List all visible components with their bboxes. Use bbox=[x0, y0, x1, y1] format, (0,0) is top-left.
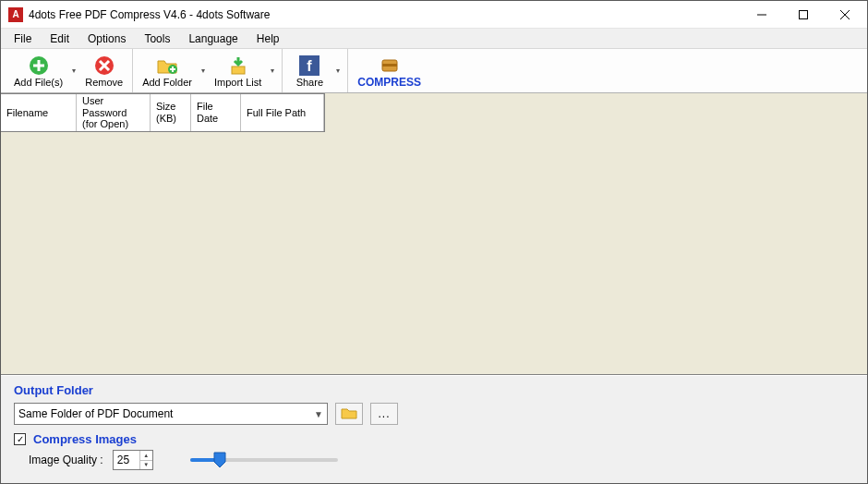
output-folder-value: Same Folder of PDF Document bbox=[18, 407, 314, 420]
ellipsis-icon: ... bbox=[378, 407, 390, 420]
svg-rect-13 bbox=[232, 67, 245, 74]
title-bar: A 4dots Free PDF Compress V4.6 - 4dots S… bbox=[1, 1, 867, 29]
add-files-dropdown[interactable]: ▾ bbox=[68, 49, 79, 92]
output-folder-title: Output Folder bbox=[14, 383, 854, 397]
menu-file[interactable]: File bbox=[5, 30, 41, 47]
menu-options[interactable]: Options bbox=[78, 30, 135, 47]
import-icon bbox=[227, 54, 249, 77]
grid-column-header[interactable]: File Date bbox=[191, 94, 241, 131]
grid-column-header[interactable]: Filename bbox=[1, 94, 77, 131]
toolbar: Add File(s) ▾ Remove Add Folder ▾ Import… bbox=[1, 49, 867, 93]
menu-bar: File Edit Options Tools Language Help bbox=[1, 29, 867, 49]
close-button[interactable] bbox=[824, 2, 865, 28]
more-output-button[interactable]: ... bbox=[370, 403, 398, 425]
browse-folder-button[interactable] bbox=[335, 403, 363, 425]
add-files-button[interactable]: Add File(s) bbox=[8, 49, 68, 92]
remove-icon bbox=[93, 54, 115, 77]
remove-button[interactable]: Remove bbox=[79, 49, 128, 92]
bottom-panel: Output Folder Same Folder of PDF Documen… bbox=[1, 375, 867, 483]
spin-up-icon[interactable]: ▲ bbox=[139, 451, 152, 461]
grid-column-header[interactable]: Full File Path bbox=[241, 94, 324, 131]
image-quality-value: 25 bbox=[114, 451, 139, 469]
menu-tools[interactable]: Tools bbox=[135, 30, 179, 47]
compress-button[interactable]: COMPRESS bbox=[352, 49, 427, 92]
slider-thumb[interactable] bbox=[213, 452, 226, 468]
add-folder-button[interactable]: Add Folder bbox=[137, 49, 198, 92]
image-quality-slider[interactable] bbox=[190, 458, 338, 462]
minimize-button[interactable] bbox=[741, 2, 782, 28]
svg-text:f: f bbox=[307, 58, 313, 74]
facebook-icon: f bbox=[298, 54, 320, 77]
window-title: 4dots Free PDF Compress V4.6 - 4dots Sof… bbox=[29, 8, 741, 21]
plus-icon bbox=[28, 54, 50, 77]
import-list-button[interactable]: Import List bbox=[209, 49, 267, 92]
import-list-dropdown[interactable]: ▾ bbox=[267, 49, 278, 92]
maximize-button[interactable] bbox=[782, 2, 824, 28]
svg-rect-1 bbox=[799, 10, 807, 18]
spin-down-icon[interactable]: ▼ bbox=[139, 461, 152, 470]
app-icon: A bbox=[8, 7, 23, 22]
svg-rect-6 bbox=[33, 64, 44, 67]
share-button[interactable]: f Share bbox=[286, 49, 332, 92]
grid-column-header[interactable]: Size (KB) bbox=[151, 94, 191, 131]
compress-images-checkbox[interactable]: ✓ bbox=[14, 433, 26, 445]
menu-help[interactable]: Help bbox=[247, 30, 289, 47]
file-grid: FilenameUser Password (for Open)Size (KB… bbox=[1, 93, 867, 375]
grid-header: FilenameUser Password (for Open)Size (KB… bbox=[1, 93, 325, 132]
chevron-down-icon: ▼ bbox=[314, 409, 323, 419]
menu-edit[interactable]: Edit bbox=[41, 30, 78, 47]
slider-fill bbox=[190, 458, 217, 462]
image-quality-label: Image Quality : bbox=[29, 454, 103, 466]
folder-plus-icon bbox=[156, 54, 178, 77]
grid-column-header[interactable]: User Password (for Open) bbox=[77, 94, 151, 131]
compress-images-title: Compress Images bbox=[33, 432, 137, 446]
svg-rect-17 bbox=[382, 64, 397, 67]
menu-language[interactable]: Language bbox=[179, 30, 247, 47]
folder-icon bbox=[341, 406, 357, 422]
image-quality-input[interactable]: 25 ▲ ▼ bbox=[113, 450, 153, 470]
share-dropdown[interactable]: ▾ bbox=[332, 49, 344, 92]
compress-icon bbox=[379, 54, 401, 76]
svg-rect-12 bbox=[170, 68, 175, 70]
add-folder-dropdown[interactable]: ▾ bbox=[198, 49, 209, 92]
output-folder-select[interactable]: Same Folder of PDF Document ▼ bbox=[14, 403, 328, 425]
